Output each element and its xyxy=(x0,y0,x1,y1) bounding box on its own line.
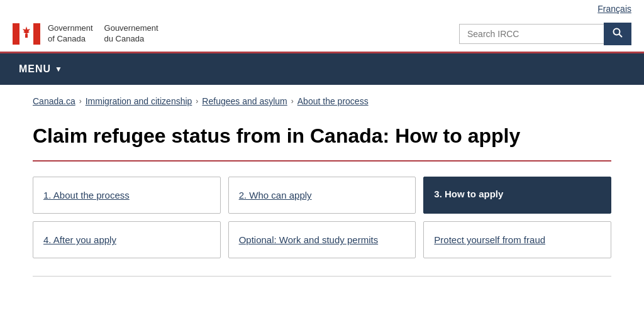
search-area xyxy=(459,23,631,45)
site-header: Government of Canada Gouvernement du Can… xyxy=(0,16,644,53)
tab-after-apply-link[interactable]: 4. After you apply xyxy=(43,234,116,245)
tab-how-to-apply-label: 3. How to apply xyxy=(434,189,503,199)
tab-who-can-apply-link[interactable]: 2. Who can apply xyxy=(239,190,312,200)
search-input[interactable] xyxy=(459,24,604,44)
breadcrumb-canada[interactable]: Canada.ca xyxy=(33,96,75,106)
bottom-divider xyxy=(33,276,611,277)
menu-button[interactable]: MENU ▼ xyxy=(13,53,69,85)
main-content: Canada.ca › Immigration and citizenship … xyxy=(14,85,630,302)
tab-grid: 1. About the process 2. Who can apply 3.… xyxy=(33,177,611,258)
breadcrumb-about[interactable]: About the process xyxy=(297,96,369,106)
breadcrumb-sep-2: › xyxy=(196,97,198,106)
breadcrumb-sep-3: › xyxy=(291,97,294,106)
svg-rect-1 xyxy=(33,23,40,45)
gov-en-line2: of Canada xyxy=(48,34,93,45)
tab-work-study[interactable]: Optional: Work and study permits xyxy=(228,221,416,258)
svg-rect-4 xyxy=(25,34,28,38)
svg-line-6 xyxy=(619,35,623,38)
canada-flag-logo xyxy=(13,23,40,45)
svg-rect-0 xyxy=(13,23,19,45)
menu-bar: MENU ▼ xyxy=(0,53,644,85)
tab-fraud-link[interactable]: Protect yourself from fraud xyxy=(434,234,545,245)
logo-area: Government of Canada Gouvernement du Can… xyxy=(13,23,158,45)
tab-after-apply[interactable]: 4. After you apply xyxy=(33,221,221,258)
title-divider xyxy=(33,160,611,162)
tab-work-study-link[interactable]: Optional: Work and study permits xyxy=(239,234,378,245)
tab-about-process[interactable]: 1. About the process xyxy=(33,177,221,214)
chevron-down-icon: ▼ xyxy=(55,65,63,74)
gov-fr-line1: Gouvernement xyxy=(104,23,158,34)
search-button[interactable] xyxy=(604,23,631,45)
top-bar: Français xyxy=(0,0,644,16)
tab-how-to-apply[interactable]: 3. How to apply xyxy=(423,177,611,214)
breadcrumb-immigration[interactable]: Immigration and citizenship xyxy=(86,96,192,106)
svg-point-5 xyxy=(614,29,620,35)
flag-svg xyxy=(13,23,40,45)
tab-about-process-link[interactable]: 1. About the process xyxy=(43,190,130,200)
government-name: Government of Canada Gouvernement du Can… xyxy=(48,23,158,45)
menu-label: MENU xyxy=(19,63,51,75)
breadcrumb-refugees[interactable]: Refugees and asylum xyxy=(202,96,287,106)
breadcrumb-sep-1: › xyxy=(79,97,82,106)
gov-en-line1: Government xyxy=(48,23,93,34)
french-language-link[interactable]: Français xyxy=(597,4,631,14)
breadcrumb: Canada.ca › Immigration and citizenship … xyxy=(33,96,611,106)
gov-fr-line2: du Canada xyxy=(104,34,158,45)
tab-who-can-apply[interactable]: 2. Who can apply xyxy=(228,177,416,214)
page-title: Claim refugee status from in Canada: How… xyxy=(33,124,611,148)
search-icon xyxy=(613,28,623,38)
tab-fraud[interactable]: Protect yourself from fraud xyxy=(423,221,611,258)
